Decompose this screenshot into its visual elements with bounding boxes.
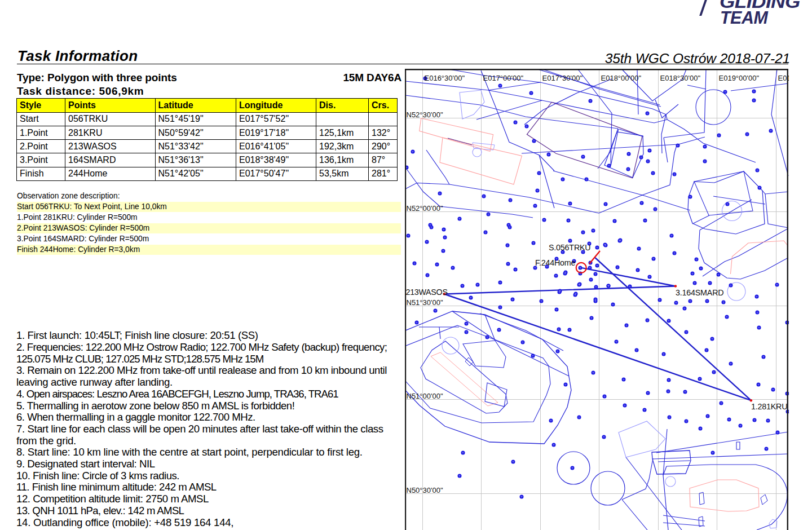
svg-text:N50°30'00": N50°30'00": [407, 486, 443, 494]
svg-text:N51°00'00": N51°00'00": [407, 392, 443, 400]
svg-text:3.164SMARD: 3.164SMARD: [676, 288, 723, 297]
svg-text:E018°30'00": E018°30'00": [660, 74, 701, 82]
svg-text:E016°30'00": E016°30'00": [425, 74, 465, 82]
svg-text:1.281KRU: 1.281KRU: [751, 402, 787, 411]
svg-text:N52°30'00": N52°30'00": [407, 111, 443, 119]
svg-text:E018°00'00": E018°00'00": [601, 74, 642, 82]
svg-text:F.244Home: F.244Home: [535, 258, 576, 267]
svg-text:S.056TRKU: S.056TRKU: [549, 243, 590, 252]
svg-text:213WASOS: 213WASOS: [406, 288, 448, 297]
svg-text:E017°30'00": E017°30'00": [542, 74, 583, 82]
svg-text:N51°30'00": N51°30'00": [407, 298, 443, 307]
svg-text:E019°00'00": E019°00'00": [719, 74, 760, 82]
svg-text:N52°00'00": N52°00'00": [407, 204, 443, 213]
svg-text:E017°00'00": E017°00'00": [483, 74, 524, 82]
